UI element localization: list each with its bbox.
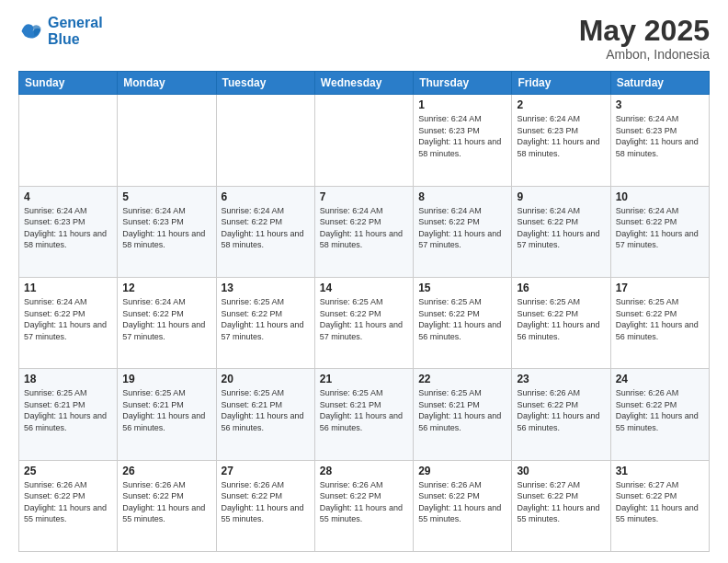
day-number: 27	[222, 465, 310, 477]
calendar-cell: 8Sunrise: 6:24 AM Sunset: 6:22 PM Daylig…	[414, 186, 512, 277]
day-number: 15	[418, 282, 506, 294]
calendar-cell	[19, 95, 118, 186]
calendar-cell: 7Sunrise: 6:24 AM Sunset: 6:22 PM Daylig…	[314, 186, 413, 277]
calendar-cell: 11Sunrise: 6:24 AM Sunset: 6:22 PM Dayli…	[19, 277, 118, 368]
day-number: 25	[24, 465, 112, 477]
day-header-thursday: Thursday	[414, 72, 512, 95]
day-number: 5	[122, 190, 210, 203]
calendar-cell: 26Sunrise: 6:26 AM Sunset: 6:22 PM Dayli…	[118, 460, 216, 551]
calendar-cell	[314, 95, 413, 186]
day-info: Sunrise: 6:25 AM Sunset: 6:22 PM Dayligh…	[222, 296, 310, 342]
calendar-cell: 23Sunrise: 6:26 AM Sunset: 6:22 PM Dayli…	[512, 369, 610, 460]
day-header-sunday: Sunday	[19, 72, 118, 95]
day-info: Sunrise: 6:24 AM Sunset: 6:22 PM Dayligh…	[418, 205, 506, 251]
day-number: 3	[616, 98, 704, 111]
calendar-cell: 9Sunrise: 6:24 AM Sunset: 6:22 PM Daylig…	[512, 186, 610, 277]
subtitle: Ambon, Indonesia	[579, 47, 710, 62]
day-number: 8	[418, 190, 506, 203]
calendar-header-row: SundayMondayTuesdayWednesdayThursdayFrid…	[19, 72, 710, 95]
day-info: Sunrise: 6:24 AM Sunset: 6:22 PM Dayligh…	[320, 205, 408, 251]
calendar-cell: 24Sunrise: 6:26 AM Sunset: 6:22 PM Dayli…	[610, 369, 709, 460]
day-info: Sunrise: 6:24 AM Sunset: 6:23 PM Dayligh…	[517, 113, 605, 159]
calendar-cell: 29Sunrise: 6:26 AM Sunset: 6:22 PM Dayli…	[414, 460, 512, 551]
day-number: 17	[616, 282, 704, 294]
day-number: 13	[222, 282, 310, 294]
day-info: Sunrise: 6:24 AM Sunset: 6:23 PM Dayligh…	[616, 113, 704, 159]
day-header-tuesday: Tuesday	[216, 72, 314, 95]
day-number: 4	[24, 190, 112, 203]
calendar-cell: 19Sunrise: 6:25 AM Sunset: 6:21 PM Dayli…	[118, 369, 216, 460]
calendar-cell: 16Sunrise: 6:25 AM Sunset: 6:22 PM Dayli…	[512, 277, 610, 368]
day-info: Sunrise: 6:26 AM Sunset: 6:22 PM Dayligh…	[222, 479, 310, 525]
day-info: Sunrise: 6:24 AM Sunset: 6:23 PM Dayligh…	[418, 113, 506, 159]
main-title: May 2025	[579, 15, 710, 47]
calendar-cell: 5Sunrise: 6:24 AM Sunset: 6:23 PM Daylig…	[118, 186, 216, 277]
day-info: Sunrise: 6:27 AM Sunset: 6:22 PM Dayligh…	[616, 479, 704, 525]
day-info: Sunrise: 6:25 AM Sunset: 6:22 PM Dayligh…	[320, 296, 408, 342]
calendar-week-row: 4Sunrise: 6:24 AM Sunset: 6:23 PM Daylig…	[19, 186, 710, 277]
logo-icon	[18, 18, 44, 44]
logo: General Blue	[18, 15, 103, 47]
calendar-cell	[216, 95, 314, 186]
day-number: 11	[24, 282, 112, 294]
day-number: 7	[320, 190, 408, 203]
day-header-monday: Monday	[118, 72, 216, 95]
day-number: 22	[418, 373, 506, 385]
logo-line1: General	[48, 15, 103, 30]
calendar-cell: 28Sunrise: 6:26 AM Sunset: 6:22 PM Dayli…	[314, 460, 413, 551]
day-number: 19	[122, 373, 210, 385]
day-info: Sunrise: 6:25 AM Sunset: 6:22 PM Dayligh…	[616, 296, 704, 342]
calendar-week-row: 25Sunrise: 6:26 AM Sunset: 6:22 PM Dayli…	[19, 460, 710, 551]
calendar-cell: 3Sunrise: 6:24 AM Sunset: 6:23 PM Daylig…	[610, 95, 709, 186]
day-info: Sunrise: 6:24 AM Sunset: 6:23 PM Dayligh…	[122, 205, 210, 251]
day-number: 21	[320, 373, 408, 385]
calendar-cell: 25Sunrise: 6:26 AM Sunset: 6:22 PM Dayli…	[19, 460, 118, 551]
day-info: Sunrise: 6:25 AM Sunset: 6:21 PM Dayligh…	[222, 387, 310, 433]
calendar-cell: 21Sunrise: 6:25 AM Sunset: 6:21 PM Dayli…	[314, 369, 413, 460]
day-info: Sunrise: 6:25 AM Sunset: 6:21 PM Dayligh…	[418, 387, 506, 433]
day-info: Sunrise: 6:24 AM Sunset: 6:23 PM Dayligh…	[24, 205, 112, 251]
calendar-cell: 27Sunrise: 6:26 AM Sunset: 6:22 PM Dayli…	[216, 460, 314, 551]
calendar-cell: 15Sunrise: 6:25 AM Sunset: 6:22 PM Dayli…	[414, 277, 512, 368]
day-number: 28	[320, 465, 408, 477]
calendar-cell: 17Sunrise: 6:25 AM Sunset: 6:22 PM Dayli…	[610, 277, 709, 368]
day-number: 23	[517, 373, 605, 385]
day-info: Sunrise: 6:24 AM Sunset: 6:22 PM Dayligh…	[517, 205, 605, 251]
calendar-cell: 10Sunrise: 6:24 AM Sunset: 6:22 PM Dayli…	[610, 186, 709, 277]
calendar-cell: 30Sunrise: 6:27 AM Sunset: 6:22 PM Dayli…	[512, 460, 610, 551]
day-info: Sunrise: 6:24 AM Sunset: 6:22 PM Dayligh…	[122, 296, 210, 342]
calendar-cell	[118, 95, 216, 186]
title-block: May 2025 Ambon, Indonesia	[579, 15, 710, 62]
calendar-cell: 13Sunrise: 6:25 AM Sunset: 6:22 PM Dayli…	[216, 277, 314, 368]
calendar-cell: 1Sunrise: 6:24 AM Sunset: 6:23 PM Daylig…	[414, 95, 512, 186]
calendar-cell: 22Sunrise: 6:25 AM Sunset: 6:21 PM Dayli…	[414, 369, 512, 460]
day-info: Sunrise: 6:25 AM Sunset: 6:22 PM Dayligh…	[517, 296, 605, 342]
day-header-wednesday: Wednesday	[314, 72, 413, 95]
day-info: Sunrise: 6:26 AM Sunset: 6:22 PM Dayligh…	[517, 387, 605, 433]
calendar-week-row: 1Sunrise: 6:24 AM Sunset: 6:23 PM Daylig…	[19, 95, 710, 186]
calendar-cell: 4Sunrise: 6:24 AM Sunset: 6:23 PM Daylig…	[19, 186, 118, 277]
day-info: Sunrise: 6:25 AM Sunset: 6:21 PM Dayligh…	[24, 387, 112, 433]
day-info: Sunrise: 6:26 AM Sunset: 6:22 PM Dayligh…	[122, 479, 210, 525]
calendar-table: SundayMondayTuesdayWednesdayThursdayFrid…	[18, 71, 710, 552]
calendar-cell: 20Sunrise: 6:25 AM Sunset: 6:21 PM Dayli…	[216, 369, 314, 460]
day-header-friday: Friday	[512, 72, 610, 95]
day-number: 24	[616, 373, 704, 385]
calendar-cell: 2Sunrise: 6:24 AM Sunset: 6:23 PM Daylig…	[512, 95, 610, 186]
day-number: 20	[222, 373, 310, 385]
day-info: Sunrise: 6:26 AM Sunset: 6:22 PM Dayligh…	[616, 387, 704, 433]
day-number: 10	[616, 190, 704, 203]
calendar-cell: 6Sunrise: 6:24 AM Sunset: 6:22 PM Daylig…	[216, 186, 314, 277]
calendar-week-row: 11Sunrise: 6:24 AM Sunset: 6:22 PM Dayli…	[19, 277, 710, 368]
day-number: 14	[320, 282, 408, 294]
calendar-cell: 18Sunrise: 6:25 AM Sunset: 6:21 PM Dayli…	[19, 369, 118, 460]
day-number: 9	[517, 190, 605, 203]
day-info: Sunrise: 6:24 AM Sunset: 6:22 PM Dayligh…	[222, 205, 310, 251]
calendar-week-row: 18Sunrise: 6:25 AM Sunset: 6:21 PM Dayli…	[19, 369, 710, 460]
day-number: 18	[24, 373, 112, 385]
calendar-cell: 12Sunrise: 6:24 AM Sunset: 6:22 PM Dayli…	[118, 277, 216, 368]
day-info: Sunrise: 6:26 AM Sunset: 6:22 PM Dayligh…	[24, 479, 112, 525]
day-number: 16	[517, 282, 605, 294]
calendar-cell: 31Sunrise: 6:27 AM Sunset: 6:22 PM Dayli…	[610, 460, 709, 551]
day-info: Sunrise: 6:26 AM Sunset: 6:22 PM Dayligh…	[418, 479, 506, 525]
